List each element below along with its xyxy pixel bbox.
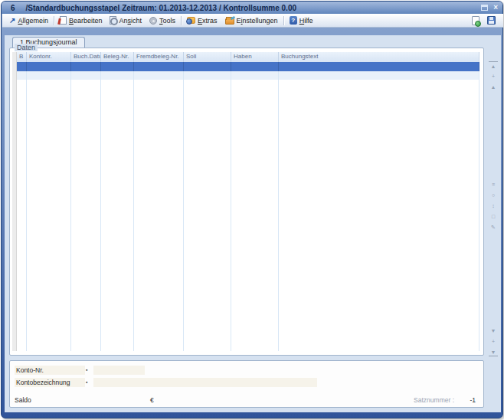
menu-item-label: Allgemein xyxy=(18,17,48,25)
menu-separator xyxy=(181,16,182,25)
selected-cell[interactable] xyxy=(17,62,27,71)
selected-row[interactable] xyxy=(17,62,479,71)
titlebar: 6 /Standardbuchungsstapel Zeitraum: 01.2… xyxy=(2,2,502,14)
column-header-kontonr-[interactable]: Kontonr. xyxy=(27,52,71,62)
arrow-up-right-icon: ↗ xyxy=(9,17,15,25)
column-header-fremdbeleg-nr-[interactable]: Fremdbeleg-Nr. xyxy=(134,52,184,62)
scroll-to-bottom-icon[interactable]: ▼ xyxy=(489,348,498,356)
konto-nr-label: Konto-Nr. xyxy=(15,366,85,375)
menu-separator xyxy=(54,16,54,25)
daten-group-label: Daten xyxy=(15,44,38,51)
menu-item-tools[interactable]: Tools xyxy=(146,16,179,25)
grid-column xyxy=(184,71,231,351)
satznummer-value: -1 xyxy=(470,395,476,405)
menu-item-extras[interactable]: Extras xyxy=(183,16,221,25)
selected-cell[interactable] xyxy=(27,62,71,71)
settings-folder-icon xyxy=(225,18,234,25)
extras-box-icon xyxy=(187,17,195,24)
help-icon: ? xyxy=(290,16,297,25)
column-header-soll[interactable]: Soll xyxy=(184,52,231,62)
edit-grid-icon[interactable]: ✎ xyxy=(489,223,498,231)
selected-cell[interactable] xyxy=(231,62,279,71)
grid-column xyxy=(101,71,134,351)
column-header-haben[interactable]: Haben xyxy=(231,52,279,62)
kontobezeichnung-field[interactable] xyxy=(93,378,317,387)
step-down-icon[interactable]: ▼ xyxy=(489,326,498,335)
grid-column xyxy=(17,71,27,351)
currency-symbol: € xyxy=(150,395,154,405)
grid-column xyxy=(27,71,71,351)
daten-groupbox: Daten BKontonr.Buch.DatumBeleg-Nr.Fremdb… xyxy=(9,48,484,356)
grid-column xyxy=(231,71,279,351)
grid-header: BKontonr.Buch.DatumBeleg-Nr.Fremdbeleg-N… xyxy=(17,52,479,62)
selected-cell[interactable] xyxy=(279,62,479,71)
selected-cell[interactable] xyxy=(184,62,231,71)
scroll-to-top-icon[interactable]: ▲ xyxy=(489,61,498,70)
menu-item-label: Hilfe xyxy=(299,17,313,25)
tools-gear-icon xyxy=(149,17,157,25)
kontobezeichnung-label: Kontobezeichnung xyxy=(15,378,85,387)
field-marker-icon: ▪ xyxy=(86,366,90,375)
window-title: /Standardbuchungsstapel Zeitraum: 01.201… xyxy=(26,4,296,12)
menu-item-label: Einstellungen xyxy=(237,17,278,25)
save-icon[interactable] xyxy=(487,16,496,25)
selected-cell[interactable] xyxy=(71,62,101,71)
new-entry-icon[interactable] xyxy=(472,16,479,25)
column-header-b[interactable]: B xyxy=(17,52,27,62)
grid-column xyxy=(279,71,479,351)
menubar: ↗AllgemeinBearbeitenAnsichtToolsExtrasEi… xyxy=(2,14,503,28)
grid-icon[interactable]: □ xyxy=(489,212,498,221)
menu-item-label: Bearbeiten xyxy=(69,17,103,25)
selected-cell[interactable] xyxy=(134,62,184,71)
menu-item-hilfe[interactable]: ?Hilfe xyxy=(286,15,317,25)
column-header-buchungstext[interactable]: Buchungstext xyxy=(279,52,479,62)
sort-icon[interactable]: ↕ xyxy=(489,202,498,210)
restore-icon[interactable] xyxy=(481,5,488,11)
step-up-icon[interactable]: ▲ xyxy=(489,83,498,91)
field-marker-icon: ▪ xyxy=(86,378,90,387)
column-header-beleg-nr-[interactable]: Beleg-Nr. xyxy=(101,52,134,62)
menu-item-label: Ansicht xyxy=(119,17,142,25)
menu-item-allgemein[interactable]: ↗Allgemein xyxy=(5,16,52,25)
footer-panel: Konto-Nr. ▪ Kontobezeichnung ▪ Saldo € S… xyxy=(9,360,484,408)
search-icon[interactable]: ○ xyxy=(489,191,498,199)
content-area: 1 Buchungsjournal Daten BKontonr.Buch.Da… xyxy=(5,35,501,412)
grid-column xyxy=(134,71,184,351)
satznummer-label: Satznummer : xyxy=(414,395,454,405)
side-control-strip: ▲+▲≡○↕□✎▼+▼ xyxy=(487,48,499,356)
selected-cell[interactable] xyxy=(101,62,134,71)
move-down-icon[interactable]: + xyxy=(489,337,498,346)
view-magnifier-icon xyxy=(110,16,116,25)
grid-column xyxy=(71,71,101,351)
saldo-label: Saldo xyxy=(15,395,31,405)
konto-nr-field[interactable] xyxy=(93,366,145,375)
menubar-items: ↗AllgemeinBearbeitenAnsichtToolsExtrasEi… xyxy=(5,15,317,25)
list-icon[interactable]: ≡ xyxy=(489,180,498,189)
menubar-right xyxy=(472,16,500,25)
menu-item-bearbeiten[interactable]: Bearbeiten xyxy=(56,15,106,25)
app-window: 6 /Standardbuchungsstapel Zeitraum: 01.2… xyxy=(1,1,503,418)
column-header-buch-datum[interactable]: Buch.Datum xyxy=(71,52,101,62)
menu-item-label: Tools xyxy=(159,17,175,25)
edit-page-icon xyxy=(60,16,67,25)
move-up-icon[interactable]: + xyxy=(489,72,498,80)
menu-item-ansicht[interactable]: Ansicht xyxy=(106,15,146,25)
menu-item-einstellungen[interactable]: Einstellungen xyxy=(221,15,282,25)
menu-separator xyxy=(283,16,284,25)
menu-item-label: Extras xyxy=(198,17,218,25)
close-icon[interactable]: × xyxy=(493,4,498,11)
window-id: 6 xyxy=(11,4,15,12)
